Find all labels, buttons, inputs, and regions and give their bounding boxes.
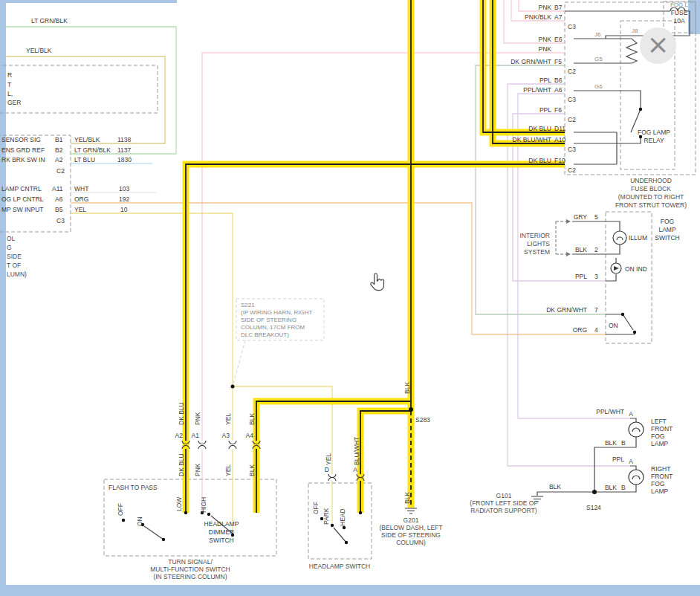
fb-wire: DK BLU/WHT xyxy=(513,136,551,143)
g101-caption: (FRONT LEFT SIDE OF xyxy=(470,499,537,507)
bcm-signal-name: MP SW INPUT xyxy=(1,206,44,213)
fb-wire: PPL xyxy=(539,106,551,114)
dimmer-caption: TURN SIGNAL/ xyxy=(168,558,213,566)
internal-connections xyxy=(144,7,690,542)
diagram-viewer-page: { "viewer": { "close_label": "×" }, "top… xyxy=(0,0,700,596)
fog-switch-name: SWITCH xyxy=(655,234,680,242)
flash-to-pass-label: FLASH TO PASS xyxy=(108,484,158,491)
close-button[interactable]: × xyxy=(640,27,676,64)
fuse-block-caption: FUSE BLOCK xyxy=(631,185,671,192)
lamp-name: FOG xyxy=(651,433,664,440)
fuse-block-caption: UNDERHOOD xyxy=(630,177,672,184)
fsw-wire: BLK xyxy=(575,246,587,253)
switch-position: PARK xyxy=(323,508,330,525)
fb-pin: D11 xyxy=(554,125,565,132)
fog-switch-name: FOG xyxy=(661,218,674,225)
lamp-name: LAMP xyxy=(651,440,668,447)
clipped-text: T OF xyxy=(7,262,21,269)
bcm-circuit: 1138 xyxy=(117,136,132,143)
dimmer-name: DIMMER xyxy=(209,528,234,536)
bcm-signal-name: OG LP CNTRL xyxy=(1,195,44,203)
wire-label-vert: YEL xyxy=(224,413,232,425)
interior-lights-bracket xyxy=(556,221,566,254)
fb-connector-c3: C3 xyxy=(568,146,576,153)
s221-note: (IP WIRING HARN, RIGHT xyxy=(241,309,312,316)
bcm-circuit: 1137 xyxy=(117,146,132,154)
bcm-wire: YEL xyxy=(74,206,86,213)
lamp-pin: B xyxy=(621,484,626,491)
bcm-pin: B5 xyxy=(55,206,63,213)
relay-name: FOG LAMP xyxy=(638,129,670,136)
wire-label-vert: BLU/WHT xyxy=(353,437,360,465)
bracket-arrow-bottom xyxy=(566,252,571,256)
bcm-circuit: 192 xyxy=(119,195,129,203)
clipped-text: G xyxy=(7,244,12,251)
dimmer-caption: MULTI-FUNCTION SWITCH xyxy=(150,566,230,573)
g201-caption: COLUMN) xyxy=(396,539,426,546)
wire-label-vert: BLK xyxy=(248,464,256,476)
lamp-pin: A xyxy=(629,410,633,418)
core-blk-branch xyxy=(256,401,411,513)
lamp-name: RIGHT xyxy=(651,465,670,473)
g101-caption: G101 xyxy=(496,492,512,499)
s221-note: DLC BREAKOUT) xyxy=(241,331,289,338)
component-boxes xyxy=(0,1,696,559)
lamp-pin: B xyxy=(621,439,626,447)
fsw-wire: PPL xyxy=(575,273,587,280)
fb-connector-c2: C2 xyxy=(568,116,576,123)
wire-label-vert: PNK xyxy=(194,463,201,476)
fb-wire: PNK xyxy=(539,36,552,43)
splice-s283-label: S283 xyxy=(415,416,430,424)
fb-connector-c2: C2 xyxy=(568,166,576,174)
switch-position: HEAD xyxy=(339,508,346,526)
g201-caption: (BELOW DASH, LEFT xyxy=(379,524,442,531)
fb-pin: F10 xyxy=(554,157,565,164)
clipped-text: LUMN) xyxy=(7,271,27,278)
bcm-signal-name: SENSOR SIG xyxy=(1,136,41,143)
fb-pin: A6 xyxy=(554,86,563,94)
switch-position: OFF xyxy=(312,502,320,514)
relay-pin-j6: J6 xyxy=(594,31,601,38)
labels: LT GRN/BLK YEL/BLK R T L, GER SENSOR SIG… xyxy=(1,1,689,580)
bcm-pin: B1 xyxy=(55,136,63,143)
illum-bulb-icon xyxy=(613,231,626,244)
fsw-pin: 7 xyxy=(594,306,598,314)
fsw-pin: 3 xyxy=(594,273,598,280)
s221-note: S221 xyxy=(241,302,255,308)
g101-caption: RADIATOR SUPPORT) xyxy=(470,507,537,514)
lamp-name: LEFT xyxy=(651,418,667,425)
lamp-pin: A xyxy=(629,458,633,465)
lamp-name: FRONT xyxy=(651,473,673,480)
splice-s221-dot xyxy=(231,385,235,389)
wire-label-vert: DK BLU xyxy=(178,402,185,425)
bcm-wire: WHT xyxy=(74,185,88,192)
wire-label-vert: BLK xyxy=(248,413,256,425)
switch-position: LOW xyxy=(175,497,183,511)
fb-wire: PPL/WHT xyxy=(523,86,551,94)
ground-symbol-g201 xyxy=(405,508,417,514)
fb-wire: PNK/BLK xyxy=(525,13,551,21)
switch-position: ON xyxy=(136,516,143,526)
close-icon: × xyxy=(646,29,669,59)
dimmer-name: HEADLAMP xyxy=(204,520,239,528)
fb-wire: DK GRN/WHT xyxy=(511,58,551,65)
bcm-circuit: 103 xyxy=(119,185,129,192)
wire-label-vert: BLK xyxy=(404,492,411,504)
lamp-name: LAMP xyxy=(651,488,668,495)
wire-label: PPL xyxy=(612,456,624,463)
fb-wire: PPL xyxy=(539,77,551,84)
wire-label-vert: BLK xyxy=(404,382,411,394)
wire-label: YEL/BLK xyxy=(26,47,52,54)
fb-pin: E6 xyxy=(554,36,563,43)
splice-s283-dot xyxy=(409,407,413,412)
fb-wire: PNK xyxy=(539,4,552,11)
fb-pin: B6 xyxy=(554,77,563,84)
on-label: ON xyxy=(609,322,618,329)
g201-caption: SIDE OF STEERING xyxy=(381,531,441,539)
dimmer-pin: A1 xyxy=(192,432,200,439)
g201-caption: G201 xyxy=(404,516,419,524)
splice-s124-dot xyxy=(592,490,597,494)
illum-label: ILLUM xyxy=(629,234,647,242)
relay-name: RELAY xyxy=(644,137,664,144)
clipped-text: R xyxy=(7,71,12,79)
